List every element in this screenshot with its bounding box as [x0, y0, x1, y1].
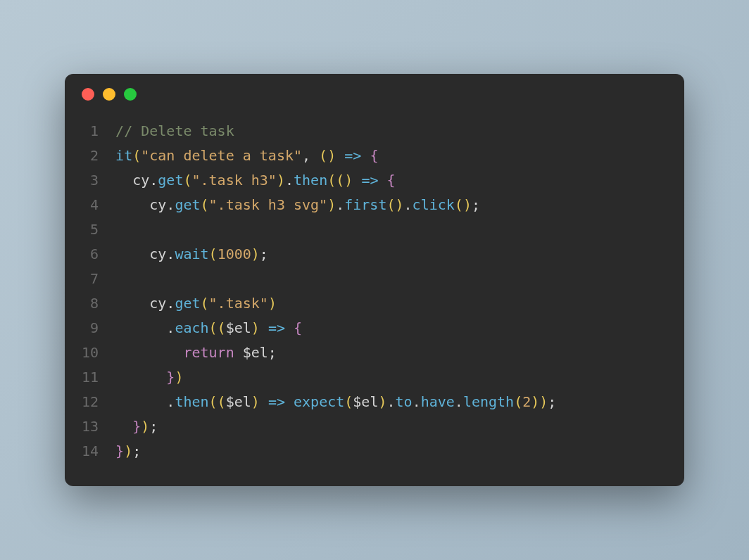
token-paren: ( — [514, 393, 522, 410]
code-line[interactable]: }); — [115, 414, 556, 439]
token-paren: ( — [455, 196, 463, 213]
token-arrow: => — [268, 393, 285, 410]
token-punct: , — [302, 147, 319, 164]
token-punct — [115, 196, 149, 213]
token-func: it — [115, 147, 132, 164]
token-punct: ; — [132, 443, 141, 459]
token-paren: ( — [327, 172, 336, 189]
token-paren: ) — [327, 196, 336, 213]
code-line[interactable]: }); — [115, 439, 556, 464]
token-prop: then — [175, 393, 208, 410]
token-paren: ) — [268, 295, 277, 312]
token-paren: ( — [201, 295, 209, 312]
code-line[interactable]: cy.get(".task") — [115, 291, 556, 316]
token-func: expect — [294, 393, 344, 410]
token-punct — [285, 393, 294, 410]
token-string: ".task h3" — [192, 172, 277, 189]
code-window: 1234567891011121314 // Delete taskit("ca… — [65, 74, 684, 486]
token-prop: to — [396, 393, 413, 410]
token-punct: ; — [472, 196, 480, 213]
line-number: 6 — [82, 242, 99, 267]
token-paren: ( — [218, 319, 226, 336]
code-line[interactable]: }) — [115, 365, 556, 390]
line-number-gutter: 1234567891011121314 — [82, 119, 115, 464]
line-number: 8 — [82, 291, 99, 316]
line-number: 14 — [82, 439, 99, 464]
token-ident: $el — [353, 393, 378, 410]
token-dot: . — [413, 393, 421, 410]
token-dot: . — [166, 246, 175, 262]
token-num: 2 — [522, 393, 531, 410]
token-punct — [260, 319, 268, 336]
code-line[interactable] — [115, 267, 556, 291]
token-paren: ( — [132, 147, 141, 164]
token-comment: // Delete task — [115, 122, 234, 139]
token-dot: . — [386, 393, 395, 410]
token-punct: ; — [149, 418, 158, 435]
token-punct — [361, 147, 370, 164]
code-content[interactable]: // Delete taskit("can delete a task", ()… — [115, 119, 556, 464]
line-number: 10 — [82, 341, 99, 365]
code-line[interactable]: cy.get(".task h3 svg").first().click(); — [115, 193, 556, 217]
code-editor[interactable]: 1234567891011121314 // Delete taskit("ca… — [65, 108, 684, 486]
token-brace: { — [294, 319, 302, 336]
titlebar — [65, 74, 684, 108]
token-paren: ) — [141, 418, 149, 435]
token-paren: ( — [336, 172, 344, 189]
token-paren: ) — [531, 393, 539, 410]
token-dot: . — [404, 196, 413, 213]
token-dot: . — [149, 172, 158, 189]
token-paren: ( — [218, 393, 226, 410]
line-number: 9 — [82, 316, 99, 341]
code-line[interactable]: return $el; — [115, 341, 556, 365]
token-dot: . — [166, 196, 175, 213]
token-brace: } — [132, 418, 141, 435]
token-num: 1000 — [218, 246, 251, 262]
token-punct — [115, 246, 149, 262]
code-line[interactable]: .each(($el) => { — [115, 316, 556, 341]
token-punct — [285, 319, 294, 336]
token-punct — [336, 147, 344, 164]
code-line[interactable]: // Delete task — [115, 119, 556, 144]
line-number: 7 — [82, 267, 99, 291]
token-dot: . — [166, 295, 175, 312]
token-dot: . — [285, 172, 294, 189]
token-paren: ) — [124, 443, 132, 459]
token-punct — [115, 369, 166, 386]
line-number: 5 — [82, 217, 99, 242]
token-paren: ( — [209, 393, 218, 410]
token-punct — [378, 172, 386, 189]
line-number: 11 — [82, 365, 99, 390]
code-line[interactable]: it("can delete a task", () => { — [115, 144, 556, 168]
token-arrow: => — [361, 172, 378, 189]
token-paren: ) — [396, 196, 404, 213]
close-icon[interactable] — [82, 88, 94, 101]
code-line[interactable]: cy.wait(1000); — [115, 242, 556, 267]
token-punct — [115, 393, 166, 410]
token-ident: cy — [132, 172, 149, 189]
token-punct — [353, 172, 361, 189]
token-prop: click — [413, 196, 455, 213]
token-paren: ) — [251, 246, 260, 262]
minimize-icon[interactable] — [103, 88, 115, 101]
line-number: 12 — [82, 390, 99, 414]
zoom-icon[interactable] — [124, 88, 137, 101]
token-string: ".task" — [209, 295, 268, 312]
token-paren: ( — [201, 196, 209, 213]
code-line[interactable]: cy.get(".task h3").then(() => { — [115, 168, 556, 193]
token-paren: ( — [209, 319, 218, 336]
token-ident: cy — [149, 295, 166, 312]
token-arrow: => — [268, 319, 285, 336]
token-punct: ; — [548, 393, 556, 410]
token-paren: ) — [378, 393, 386, 410]
token-ident: cy — [149, 246, 166, 262]
token-paren: ( — [183, 172, 191, 189]
token-dot: . — [336, 196, 344, 213]
token-prop: have — [421, 393, 455, 410]
token-punct: ; — [268, 344, 277, 361]
token-paren: ) — [344, 172, 353, 189]
code-line[interactable] — [115, 217, 556, 242]
code-line[interactable]: .then(($el) => expect($el).to.have.lengt… — [115, 390, 556, 414]
token-punct — [115, 172, 132, 189]
token-ident: cy — [149, 196, 166, 213]
